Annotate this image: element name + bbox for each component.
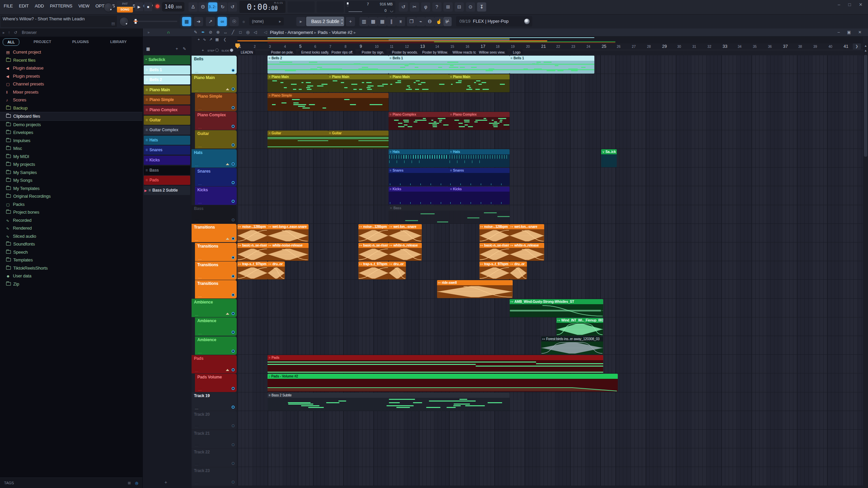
track-header-track-20[interactable]: Track 20... [192, 411, 237, 429]
track-options[interactable]: ... [195, 219, 199, 223]
track-options[interactable]: ... [198, 107, 202, 111]
marker-ernest-looks-sadly-[interactable]: Ernest looks sadly. [298, 50, 332, 55]
browser-item-project-bones[interactable]: Project bones [0, 208, 142, 216]
add-icon[interactable]: + [202, 48, 204, 52]
clip-noise-128bpm[interactable]: ↦noise-..128bpm [358, 224, 389, 242]
pattern-item-safeclick[interactable]: •Safeclick [144, 55, 190, 64]
track-mute-led[interactable] [232, 125, 235, 128]
clip-piano-main[interactable]: ≡Piano Main [328, 74, 389, 92]
playlist-focus-icon[interactable]: ▦ [182, 17, 191, 26]
snap-dropdown[interactable]: (none)▸ [249, 17, 284, 25]
clip-bells-1[interactable]: ≡Bells 1 [389, 56, 510, 74]
overdub-icon[interactable]: ↺ [228, 2, 237, 12]
track-options[interactable]: ... [198, 144, 202, 148]
playlist-minimap[interactable] [237, 37, 863, 43]
track-mute-led[interactable] [232, 106, 235, 109]
browser-item-rendered[interactable]: ∿Rendered [0, 224, 142, 232]
feedback-icon[interactable]: ⊙ [466, 2, 475, 12]
browser-item-envelopes[interactable]: Envelopes [0, 129, 142, 137]
clip-dru-or[interactable]: ↦dru..or [510, 261, 527, 279]
picker-edit-icon[interactable]: ✎ [183, 46, 186, 51]
add-track-icon[interactable]: + [198, 37, 200, 41]
track-mute-led[interactable] [232, 424, 235, 427]
clip-pads-volume-2[interactable]: ♪Pads - Volume #2 [268, 374, 617, 392]
browser-item-backup[interactable]: Backup [0, 104, 142, 112]
tab-all[interactable]: ALL [3, 38, 19, 46]
clip-wet-lon-snare[interactable]: ↦wet-lon..-snare [389, 224, 422, 242]
clip-wind-int-wi-fienup-003[interactable]: ↦Wind_INT_Wi.._Fienup_003 [556, 318, 603, 336]
piano-roll-icon[interactable]: ▩ [369, 17, 378, 26]
scroll-left-icon[interactable]: ❮ [223, 37, 226, 41]
typing-keyboard-icon[interactable]: ☉ [230, 17, 239, 26]
channel-rack-icon[interactable]: ▦ [378, 17, 387, 26]
track-mute-led[interactable] [232, 462, 235, 465]
menu-add[interactable]: ADD [32, 1, 47, 11]
browser-toggle-icon[interactable]: ⌆ [396, 17, 405, 26]
clip-pads[interactable]: ≡Pads [268, 355, 603, 373]
zoom-tool-icon[interactable]: ◎ [244, 28, 251, 36]
automation-view-icon[interactable]: ↗ [209, 37, 212, 41]
clip-ride-swell[interactable]: ↦ride-swell [437, 280, 513, 298]
menu-patterns[interactable]: PATTERNS [47, 1, 75, 11]
plugin-icon[interactable]: ⌁ [416, 17, 425, 26]
marker-poster-rips-off-[interactable]: Poster rips off. [328, 50, 356, 55]
browser-item-current-project[interactable]: ▤Current project [0, 48, 142, 56]
pattern-item-hats[interactable]: ≡Hats [144, 136, 190, 145]
track-mute-led[interactable] [232, 256, 235, 259]
marker-willow-sees-view-[interactable]: Willow sees view. [475, 50, 508, 55]
pattern-item-kicks[interactable]: ≡Kicks [144, 156, 190, 165]
clone-icon[interactable]: ❐ [407, 17, 416, 26]
track-mute-led[interactable] [232, 443, 235, 446]
track-options[interactable]: ... [195, 444, 199, 448]
portamento-icon[interactable]: ↗ [206, 17, 215, 26]
track-options[interactable]: ... [198, 351, 202, 354]
clip-bells-2[interactable]: ≡Bells 2 [268, 56, 389, 74]
tempo-display[interactable]: 140.000 [162, 2, 184, 12]
track-options[interactable]: ... [195, 369, 199, 373]
slide-toggle[interactable] [230, 48, 233, 52]
mute-tool-icon[interactable]: ⊗ [215, 28, 221, 36]
clip-basic-n-se-riser[interactable]: ↦basic-n..se-riser [237, 243, 268, 261]
track-header-snares[interactable]: Snares... [195, 168, 237, 186]
paint-tool-icon[interactable]: ✒ [200, 28, 206, 36]
browser-back-icon[interactable]: ↺ [14, 30, 17, 35]
stop-button[interactable]: ■ [144, 2, 152, 11]
track-header-pads[interactable]: Pads... [192, 355, 237, 373]
pattern-selector[interactable]: Bass 2 Subtle ▲▼ [306, 17, 344, 26]
track-mute-led[interactable] [232, 368, 235, 371]
browser-item-demo-projects[interactable]: Demo projects [0, 121, 142, 129]
song-mode[interactable]: SONG [117, 7, 133, 13]
track-options[interactable]: ... [195, 407, 199, 410]
clip-hats[interactable]: ≡Hats [389, 149, 449, 167]
clip-sa-ick[interactable]: ∨Sa..ick [601, 149, 617, 167]
clip-white-noise-release[interactable]: ↦white-noise-release [268, 243, 308, 261]
browser-item-packs[interactable]: ▢Packs [0, 200, 142, 209]
slice-tool-icon[interactable]: ╱ [230, 28, 236, 36]
playlist-menu-icon[interactable]: ▸ [145, 28, 152, 36]
clip-basic-n-se-riser[interactable]: ↦basic-n..se-riser [358, 243, 389, 261]
browser-item-impulses[interactable]: Impulses [0, 137, 142, 145]
pattern-item-piano-main[interactable]: ≡Piano Main [144, 85, 190, 95]
clip-forest-birds-ins-er-away-120308-03[interactable]: ↦Forest birds ins..er away_120308_03 [541, 336, 603, 354]
track-options[interactable]: ... [198, 126, 202, 129]
playlist-breadcrumb[interactable]: Playlist - Arrangement ▸ Pads - Volume #… [270, 28, 356, 36]
volume-meter[interactable] [347, 2, 349, 7]
track-options[interactable]: ... [195, 163, 199, 167]
group-collapse-icon[interactable] [226, 238, 229, 240]
clip-snares[interactable]: ≡Snares [389, 168, 449, 186]
scroll-right-icon[interactable]: ❯ [853, 43, 861, 50]
clip-trap-s-t-97bpm[interactable]: ↦trap-s..t_97bpm [479, 261, 510, 279]
track-mute-led[interactable] [232, 481, 235, 484]
pat-mode[interactable]: PAT [117, 1, 133, 7]
track-options[interactable]: ... [198, 257, 202, 260]
pattern-item-snares[interactable]: ≡Snares [144, 145, 190, 155]
clip-piano-complex[interactable]: ≡Piano Complex [389, 112, 449, 130]
browser-item-plugin-database[interactable]: ◀Plugin database [0, 64, 142, 72]
browser-up-icon[interactable]: ↑ [8, 30, 10, 35]
track-mute-led[interactable] [232, 69, 235, 72]
clip-bass-2-subtle[interactable]: ≡Bass 2 Subtle [268, 393, 510, 411]
picker-add-icon[interactable]: + [176, 46, 178, 51]
browser-item-recorded[interactable]: ∿Recorded [0, 216, 142, 225]
clip-piano-main[interactable]: ≡Piano Main [389, 74, 449, 92]
pattern-item-piano-complex[interactable]: ≡Piano Complex [144, 105, 190, 115]
